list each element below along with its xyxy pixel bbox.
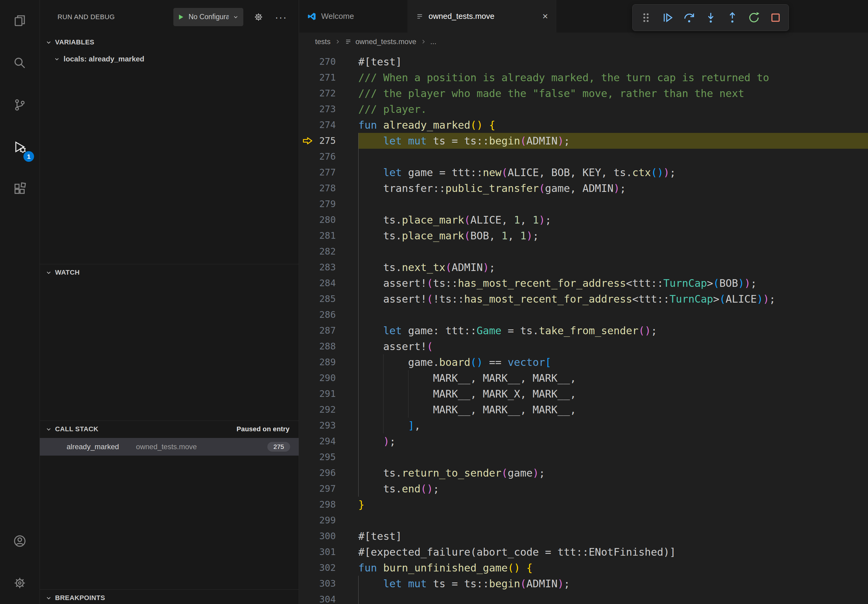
code-text[interactable]: #[expected_failure(abort_code = ttt::ENo… [358,544,868,560]
glyph-margin[interactable] [299,323,316,339]
line-number[interactable]: 275 [316,133,336,149]
line-number[interactable]: 293 [316,418,336,434]
glyph-margin[interactable] [299,592,316,604]
stop-button[interactable] [764,6,786,29]
code-text[interactable]: ts.next_tx(ADMIN); [358,259,868,275]
code-line[interactable]: 278 transfer::public_transfer(game, ADMI… [299,180,868,196]
line-number[interactable]: 279 [316,196,336,212]
code-line[interactable]: 270#[test] [299,54,868,70]
glyph-margin[interactable] [299,101,316,117]
code-text[interactable]: MARK__, MARK__, MARK__, [358,402,868,418]
glyph-margin[interactable] [299,497,316,513]
code-line[interactable]: 285 assert!(!ts::has_most_recent_for_add… [299,291,868,307]
code-line[interactable]: 294 ); [299,434,868,449]
line-number[interactable]: 290 [316,370,336,386]
glyph-margin[interactable] [299,70,316,85]
line-number[interactable]: 288 [316,339,336,354]
code-text[interactable]: let mut ts = ts::begin(ADMIN); [358,133,868,149]
code-text[interactable]: assert!(ts::has_most_recent_for_address<… [358,275,868,291]
code-text[interactable] [358,449,868,465]
code-line[interactable]: 299 [299,513,868,528]
glyph-margin[interactable] [299,402,316,418]
line-number[interactable]: 276 [316,149,336,164]
glyph-margin[interactable] [299,85,316,101]
code-text[interactable]: ts.return_to_sender(game); [358,465,868,481]
glyph-margin[interactable] [299,386,316,402]
code-line[interactable]: 288 assert!( [299,339,868,354]
code-text[interactable]: fun burn_unfinished_game() { [358,560,868,576]
code-line[interactable]: 274fun already_marked() { [299,117,868,133]
glyph-margin[interactable] [299,418,316,434]
line-number[interactable]: 274 [316,117,336,133]
glyph-margin[interactable] [299,307,316,323]
code-text[interactable]: /// player. [358,101,868,117]
variables-scope-row[interactable]: locals: already_marked [40,51,299,68]
debug-config-dropdown[interactable]: No Configurations [174,8,243,26]
line-number[interactable]: 281 [316,228,336,244]
line-number[interactable]: 273 [316,101,336,117]
glyph-margin[interactable] [299,228,316,244]
code-text[interactable]: assert!( [358,339,868,354]
step-into-button[interactable] [700,6,721,29]
explorer-icon[interactable] [0,0,40,42]
line-number[interactable]: 277 [316,164,336,180]
close-icon[interactable]: × [542,11,548,22]
code-line[interactable]: 295 [299,449,868,465]
code-text[interactable] [358,513,868,528]
code-line[interactable]: 304 [299,592,868,604]
code-text[interactable]: } [358,497,868,513]
line-number[interactable]: 298 [316,497,336,513]
line-number[interactable]: 289 [316,354,336,370]
line-number[interactable]: 302 [316,560,336,576]
line-number[interactable]: 284 [316,275,336,291]
line-number[interactable]: 294 [316,434,336,449]
code-line[interactable]: 286 [299,307,868,323]
code-text[interactable]: ts.place_mark(BOB, 1, 1); [358,228,868,244]
glyph-margin[interactable] [299,291,316,307]
line-number[interactable]: 303 [316,576,336,592]
account-icon[interactable] [0,520,40,562]
code-line[interactable]: 280 ts.place_mark(ALICE, 1, 1); [299,212,868,228]
tab-owned-tests-move[interactable]: owned_tests.move × [408,0,556,33]
call-stack-section-header[interactable]: CALL STACK Paused on entry [40,421,299,437]
code-text[interactable]: ts.end(); [358,481,868,497]
code-line[interactable]: 291 MARK__, MARK_X, MARK__, [299,386,868,402]
glyph-margin[interactable] [299,259,316,275]
code-line[interactable]: 303 let mut ts = ts::begin(ADMIN); [299,576,868,592]
line-number[interactable]: 282 [316,244,336,259]
code-line[interactable]: 283 ts.next_tx(ADMIN); [299,259,868,275]
code-text[interactable]: ], [358,418,868,434]
code-text[interactable]: /// When a position is already marked, t… [358,70,868,85]
line-number[interactable]: 295 [316,449,336,465]
line-number[interactable]: 304 [316,592,336,604]
line-number[interactable]: 280 [316,212,336,228]
code-line[interactable]: 271/// When a position is already marked… [299,70,868,85]
toolbar-drag-handle[interactable] [635,6,657,29]
glyph-margin[interactable] [299,370,316,386]
glyph-margin[interactable] [299,180,316,196]
step-out-button[interactable] [721,6,743,29]
line-number[interactable]: 270 [316,54,336,70]
code-editor[interactable]: 270#[test]271/// When a position is alre… [299,51,868,604]
code-text[interactable]: let game: ttt::Game = ts.take_from_sende… [358,323,868,339]
glyph-margin[interactable] [299,576,316,592]
code-line[interactable]: 293 ], [299,418,868,434]
line-number[interactable]: 301 [316,544,336,560]
glyph-margin[interactable] [299,560,316,576]
source-control-icon[interactable] [0,84,40,126]
code-line[interactable]: 301#[expected_failure(abort_code = ttt::… [299,544,868,560]
breadcrumb-item-tests[interactable]: tests [315,37,330,46]
line-number[interactable]: 272 [316,85,336,101]
code-line[interactable]: 279 [299,196,868,212]
glyph-margin[interactable] [299,528,316,544]
line-number[interactable]: 271 [316,70,336,85]
code-text[interactable] [358,307,868,323]
line-number[interactable]: 292 [316,402,336,418]
more-actions-button[interactable]: ··· [274,10,288,24]
code-text[interactable] [358,149,868,164]
code-text[interactable]: #[test] [358,54,868,70]
step-over-button[interactable] [678,6,700,29]
call-stack-frame[interactable]: already_marked owned_tests.move 275 [40,438,299,455]
glyph-margin[interactable] [299,465,316,481]
glyph-margin[interactable] [299,275,316,291]
